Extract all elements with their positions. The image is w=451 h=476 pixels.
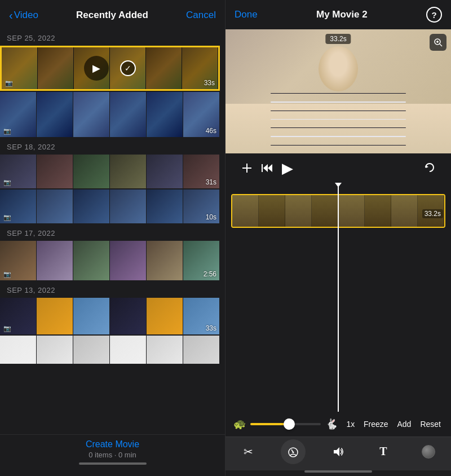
volume-button[interactable] [326, 439, 351, 464]
home-indicator [304, 470, 372, 473]
checkmark-icon: ✓ [120, 60, 136, 76]
svg-marker-7 [268, 164, 272, 172]
skip-back-icon [261, 162, 273, 174]
camera-icon: 📷 [3, 271, 11, 278]
date-section-sep25: SEP 25, 2022 [0, 29, 225, 45]
left-panel: ‹ Video Recently Added Cancel SEP 25, 20… [0, 0, 226, 476]
page-title: Recently Added [76, 10, 148, 21]
transport-bar: ▶ [226, 153, 451, 183]
timeline-area[interactable]: 33.2s [226, 183, 451, 412]
timeline-thumbnail [259, 195, 285, 227]
thumbnail-cell [73, 155, 110, 188]
add-freeze-button[interactable]: Add [397, 420, 412, 429]
create-movie-button[interactable]: Create Movie [0, 439, 225, 449]
stripe [271, 111, 406, 111]
play-overlay: ▶ ✓ [2, 47, 218, 89]
timeline-thumbnail [338, 195, 365, 227]
rewind-button[interactable] [257, 158, 277, 178]
video-item[interactable]: 📷 2:56 [0, 241, 220, 280]
back-button[interactable]: ‹ Video [9, 9, 38, 22]
stripe [271, 119, 406, 120]
thumbnail-cell [37, 298, 73, 334]
toolbar-bottom: ✂ T [226, 437, 451, 470]
date-section-sep18: SEP 18, 2022 [0, 138, 225, 153]
video-list: SEP 25, 2022 ▶ ✓ 📷 33s [0, 29, 225, 434]
date-section-sep13: SEP 13, 2022 [0, 281, 225, 297]
camera-icon: 📷 [3, 325, 11, 332]
cancel-button[interactable]: Cancel [186, 10, 216, 21]
zoom-icon [434, 38, 443, 47]
stripe [271, 102, 406, 102]
speed-actions: Freeze Add Reset [364, 420, 443, 429]
speed-value: 1x [342, 420, 359, 429]
video-item[interactable] [0, 336, 220, 364]
timeline-thumbnail [285, 195, 312, 227]
thumbnail-cell [110, 155, 147, 188]
speed-slider[interactable] [250, 423, 321, 425]
svg-marker-13 [334, 447, 339, 456]
undo-button[interactable] [419, 158, 440, 178]
play-button[interactable]: ▶ [84, 56, 109, 81]
right-panel: Done My Movie 2 ? 33.2s [226, 0, 451, 476]
video-duration: 46s [206, 127, 216, 135]
reset-speed-button[interactable]: Reset [420, 420, 441, 429]
thumbnail-cell [147, 336, 183, 364]
thumbnail-cell [147, 241, 183, 280]
speedometer-button[interactable] [281, 439, 306, 464]
video-duration: 33s [206, 324, 216, 332]
video-item[interactable]: ▶ ✓ 📷 33s [0, 46, 220, 91]
undo-icon [423, 162, 436, 174]
timeline-thumbnail [312, 195, 338, 227]
text-button[interactable]: T [371, 439, 396, 464]
preview-content [226, 29, 451, 153]
preview-duration: 33.2s [325, 34, 351, 44]
camera-icon: 📷 [3, 179, 11, 186]
thumbnail-cell [37, 92, 73, 137]
thumbnail-cell [147, 92, 183, 137]
thumbnail-cell [110, 241, 147, 280]
thumbnail-cell [37, 189, 73, 223]
stripe [271, 145, 406, 146]
video-item[interactable]: 📷 31s [0, 155, 220, 188]
svg-point-12 [293, 451, 294, 453]
camera-icon: 📷 [3, 214, 11, 221]
video-duration: 33s [204, 79, 215, 87]
video-item[interactable]: 📷 33s [0, 298, 220, 334]
thumbnail-cell [73, 241, 110, 280]
stripe [271, 136, 406, 136]
svg-marker-9 [426, 165, 428, 168]
video-preview: 33.2s [226, 29, 451, 153]
date-section-sep17: SEP 17, 2022 [0, 224, 225, 240]
camera-icon: 📷 [5, 80, 13, 87]
camera-icon: 📷 [3, 127, 11, 135]
done-button[interactable]: Done [235, 9, 258, 20]
svg-marker-6 [263, 164, 268, 172]
timeline-container: 33.2s 🐢 🐇 1x Freeze Add Reset [226, 183, 451, 437]
speed-control: 🐢 🐇 1x Freeze Add Reset [226, 412, 451, 437]
thumbnail-cell [73, 298, 110, 334]
speed-thumb[interactable] [284, 418, 295, 430]
help-button[interactable]: ? [426, 7, 442, 23]
chevron-left-icon: ‹ [9, 9, 13, 22]
speedometer-icon [286, 445, 300, 459]
thumbnail-cell [110, 336, 147, 364]
add-button[interactable] [237, 158, 257, 178]
thumbnail-cell [110, 92, 147, 137]
timeline-thumbnail [365, 195, 391, 227]
scissors-button[interactable]: ✂ [236, 439, 260, 464]
back-label: Video [14, 10, 38, 21]
freeze-button[interactable]: Freeze [364, 420, 388, 429]
zoom-button[interactable] [430, 34, 446, 51]
thumbnail-cell [37, 336, 73, 364]
effects-button[interactable] [416, 439, 441, 464]
play-pause-button[interactable]: ▶ [277, 158, 298, 178]
thumbnail-cell [147, 189, 183, 223]
thumbnail-cell [73, 92, 110, 137]
video-item[interactable]: 📷 10s [0, 189, 220, 223]
turtle-icon: 🐢 [233, 418, 246, 430]
home-indicator [79, 462, 147, 465]
video-item[interactable]: 📷 46s [0, 92, 220, 137]
thumbnail-cell [147, 155, 183, 188]
video-duration: 10s [206, 213, 216, 221]
plus-icon [241, 162, 253, 174]
